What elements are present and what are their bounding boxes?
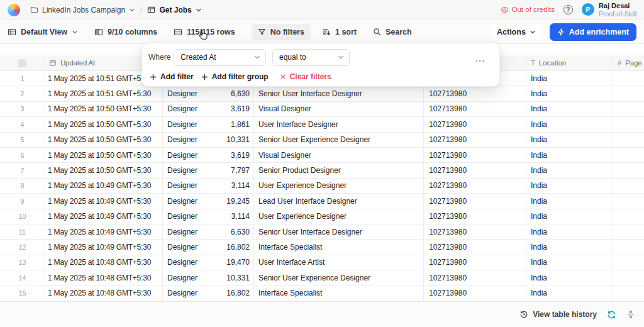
count-cell[interactable]: 16,802 xyxy=(206,240,254,254)
header-location[interactable]: T Location xyxy=(526,55,613,70)
row-number-cell[interactable]: 11 xyxy=(0,224,45,239)
job-title-cell[interactable]: User Interface Designer xyxy=(254,117,424,131)
page-cell[interactable] xyxy=(613,270,644,285)
job-title-cell[interactable]: Interface Specialist xyxy=(254,285,424,300)
row-number-cell[interactable]: 1 xyxy=(0,71,45,86)
keyword-cell[interactable]: Designer xyxy=(163,194,206,208)
location-cell[interactable]: India xyxy=(526,117,613,131)
job-title-cell[interactable]: Visual Designer xyxy=(254,148,424,162)
count-cell[interactable]: 19,245 xyxy=(206,194,254,208)
keyword-cell[interactable]: Designer xyxy=(163,209,206,224)
id-cell[interactable]: 102713980 xyxy=(424,133,526,147)
updated-at-cell[interactable]: 1 May 2025 at 10:50 GMT+5:30 xyxy=(45,163,163,177)
add-enrichment-button[interactable]: Add enrichment xyxy=(550,23,636,41)
count-cell[interactable]: 6,630 xyxy=(206,86,254,101)
count-cell[interactable]: 10,331 xyxy=(206,270,254,285)
id-cell[interactable]: 102713980 xyxy=(424,240,526,254)
row-height-expand-button[interactable] xyxy=(626,310,635,319)
location-cell[interactable]: India xyxy=(526,148,613,162)
keyword-cell[interactable]: Designer xyxy=(163,240,206,254)
filters-button[interactable]: No filters xyxy=(252,24,311,40)
clear-filters-button[interactable]: Clear filters xyxy=(280,72,331,81)
id-cell[interactable]: 102713980 xyxy=(424,163,526,177)
job-title-cell[interactable]: Senior User Experience Designer xyxy=(254,133,424,147)
id-cell[interactable]: 102713980 xyxy=(424,179,526,193)
row-number-cell[interactable]: 5 xyxy=(0,133,45,147)
row-number-cell[interactable]: 13 xyxy=(0,255,45,270)
page-cell[interactable] xyxy=(613,102,644,116)
updated-at-cell[interactable]: 1 May 2025 at 10:49 GMT+5:30 xyxy=(45,194,163,208)
page-cell[interactable] xyxy=(613,285,644,300)
location-cell[interactable]: India xyxy=(526,270,613,285)
add-filter-group-button[interactable]: Add filter group xyxy=(201,72,269,81)
location-cell[interactable]: India xyxy=(526,224,613,239)
select-all-checkbox[interactable] xyxy=(18,59,26,67)
page-cell[interactable] xyxy=(613,194,644,208)
id-cell[interactable]: 102713980 xyxy=(424,285,526,300)
row-number-cell[interactable]: 4 xyxy=(0,117,45,131)
filter-operator-select[interactable]: equal to xyxy=(272,49,350,66)
count-cell[interactable]: 16,802 xyxy=(206,285,254,300)
id-cell[interactable]: 102713980 xyxy=(424,255,526,270)
location-cell[interactable]: India xyxy=(526,102,613,116)
count-cell[interactable]: 1,861 xyxy=(206,117,254,131)
help-icon[interactable]: ? xyxy=(564,5,573,14)
updated-at-cell[interactable]: 1 May 2025 at 10:49 GMT+5:30 xyxy=(45,240,163,254)
updated-at-cell[interactable]: 1 May 2025 at 10:48 GMT+5:30 xyxy=(45,285,163,300)
location-cell[interactable]: India xyxy=(526,71,613,86)
count-cell[interactable]: 6,630 xyxy=(206,224,254,239)
row-number-cell[interactable]: 14 xyxy=(0,270,45,285)
job-title-cell[interactable]: User Experience Designer xyxy=(254,179,424,193)
updated-at-cell[interactable]: 1 May 2025 at 10:51 GMT+5:30 xyxy=(45,86,163,101)
page-cell[interactable] xyxy=(613,224,644,239)
search-button[interactable]: Search xyxy=(373,28,412,36)
location-cell[interactable]: India xyxy=(526,86,613,101)
count-cell[interactable]: 3,114 xyxy=(206,179,254,193)
id-cell[interactable]: 102713980 xyxy=(424,209,526,224)
filter-more-icon[interactable]: ··· xyxy=(475,56,486,65)
id-cell[interactable]: 102713980 xyxy=(424,117,526,131)
id-cell[interactable]: 102713980 xyxy=(424,270,526,285)
row-number-cell[interactable]: 3 xyxy=(0,102,45,116)
page-cell[interactable] xyxy=(613,240,644,254)
updated-at-cell[interactable]: 1 May 2025 at 10:49 GMT+5:30 xyxy=(45,179,163,193)
count-cell[interactable]: 3,114 xyxy=(206,209,254,224)
sort-button[interactable]: 1 sort xyxy=(322,28,357,36)
keyword-cell[interactable]: Designer xyxy=(163,133,206,147)
page-cell[interactable] xyxy=(613,148,644,162)
keyword-cell[interactable]: Designer xyxy=(163,117,206,131)
breadcrumb-workspace[interactable]: LinkedIn Jobs Campaign xyxy=(28,4,138,16)
job-title-cell[interactable]: Senior User Interface Designer xyxy=(254,86,424,101)
location-cell[interactable]: India xyxy=(526,194,613,208)
job-title-cell[interactable]: Lead User Interface Designer xyxy=(254,194,424,208)
rows-button[interactable]: 115/115 rows xyxy=(174,28,235,36)
updated-at-cell[interactable]: 1 May 2025 at 10:50 GMT+5:30 xyxy=(45,148,163,162)
count-cell[interactable]: 19,470 xyxy=(206,255,254,270)
user-menu[interactable]: P Raj Desai Proof-of-Skill xyxy=(582,2,636,18)
updated-at-cell[interactable]: 1 May 2025 at 10:50 GMT+5:30 xyxy=(45,133,163,147)
add-filter-button[interactable]: Add filter xyxy=(150,72,194,81)
job-title-cell[interactable]: Senior User Experience Designer xyxy=(254,270,424,285)
page-cell[interactable] xyxy=(613,86,644,101)
updated-at-cell[interactable]: 1 May 2025 at 10:48 GMT+5:30 xyxy=(45,255,163,270)
job-title-cell[interactable]: Interface Specialist xyxy=(254,240,424,254)
keyword-cell[interactable]: Designer xyxy=(163,255,206,270)
row-number-cell[interactable]: 6 xyxy=(0,148,45,162)
row-number-cell[interactable]: 7 xyxy=(0,163,45,177)
row-number-cell[interactable]: 8 xyxy=(0,179,45,193)
updated-at-cell[interactable]: 1 May 2025 at 10:49 GMT+5:30 xyxy=(45,209,163,224)
location-cell[interactable]: India xyxy=(526,240,613,254)
id-cell[interactable]: 102713980 xyxy=(424,148,526,162)
location-cell[interactable]: India xyxy=(526,133,613,147)
row-number-cell[interactable]: 15 xyxy=(0,285,45,300)
keyword-cell[interactable]: Designer xyxy=(163,224,206,239)
columns-button[interactable]: 9/10 columns xyxy=(94,28,157,36)
breadcrumb-table[interactable]: Get Jobs xyxy=(145,4,204,16)
view-table-history-button[interactable]: View table history xyxy=(519,310,597,319)
page-cell[interactable] xyxy=(613,163,644,177)
count-cell[interactable]: 3,619 xyxy=(206,148,254,162)
id-cell[interactable]: 102713980 xyxy=(424,194,526,208)
row-number-cell[interactable]: 10 xyxy=(0,209,45,224)
updated-at-cell[interactable]: 1 May 2025 at 10:50 GMT+5:30 xyxy=(45,102,163,116)
count-cell[interactable]: 10,331 xyxy=(206,133,254,147)
